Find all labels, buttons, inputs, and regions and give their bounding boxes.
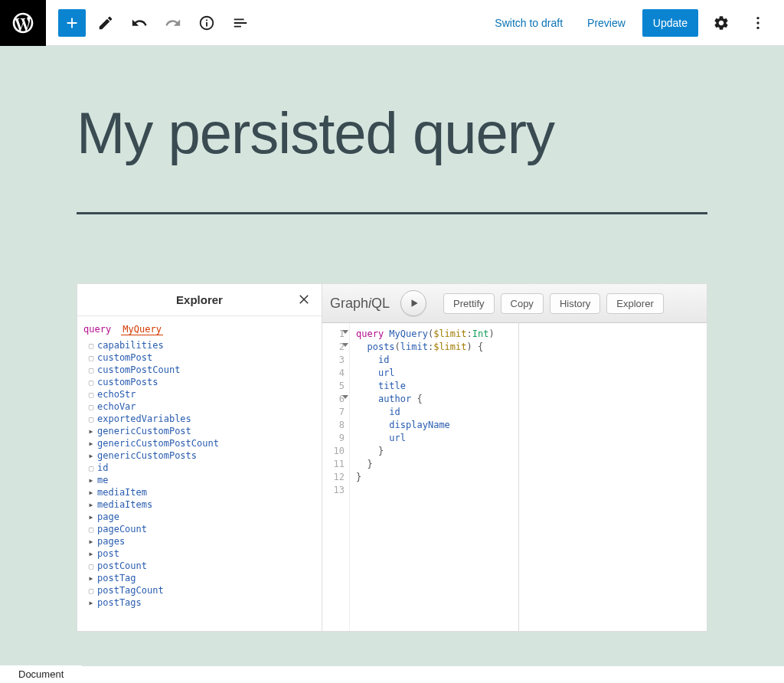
- checkbox-icon: [87, 402, 96, 412]
- field-item-genericCustomPosts[interactable]: genericCustomPosts: [87, 449, 315, 462]
- expand-icon: [87, 453, 96, 459]
- undo-icon[interactable]: [126, 9, 153, 37]
- title-divider: [77, 212, 707, 214]
- execute-button[interactable]: [400, 290, 426, 316]
- info-icon[interactable]: [193, 9, 220, 37]
- checkbox-icon: [87, 390, 96, 400]
- results-pane: [519, 323, 707, 631]
- checkbox-icon: [87, 365, 96, 375]
- footer-document-label[interactable]: Document: [0, 665, 82, 683]
- outline-icon[interactable]: [227, 9, 254, 37]
- field-item-exportedVariables[interactable]: exportedVariables: [87, 413, 315, 425]
- page-title[interactable]: My persisted query: [77, 100, 707, 166]
- explorer-panel: Explorer query MyQuery capabilitiescusto…: [77, 284, 322, 631]
- expand-icon: [87, 477, 96, 484]
- expand-icon: [87, 489, 96, 496]
- explorer-body: query MyQuery capabilitiescustomPostcust…: [77, 316, 322, 631]
- checkbox-icon: [87, 561, 96, 571]
- toolbar-right-group: Switch to draft Preview Update: [475, 9, 784, 37]
- add-block-button[interactable]: [58, 9, 86, 37]
- explorer-button[interactable]: Explorer: [606, 293, 663, 314]
- line-gutter: 12345678910111213: [322, 323, 350, 631]
- redo-icon[interactable]: [159, 9, 187, 37]
- expand-icon: [87, 551, 96, 557]
- checkbox-icon: [87, 341, 96, 351]
- svg-point-2: [756, 26, 759, 28]
- expand-icon: [87, 428, 96, 435]
- field-list: capabilitiescustomPostcustomPostCountcus…: [83, 339, 315, 609]
- explorer-title: Explorer: [176, 293, 223, 306]
- field-item-echoVar[interactable]: echoVar: [87, 400, 315, 413]
- wordpress-logo[interactable]: [0, 0, 46, 46]
- expand-icon: [87, 514, 96, 521]
- field-item-me[interactable]: me: [87, 474, 315, 486]
- graphiql-block: Explorer query MyQuery capabilitiescusto…: [77, 283, 707, 632]
- expand-icon: [87, 538, 96, 545]
- field-item-postTag[interactable]: postTag: [87, 572, 315, 584]
- edit-icon[interactable]: [92, 9, 119, 37]
- checkbox-icon: [87, 414, 96, 424]
- checkbox-icon: [87, 377, 96, 387]
- field-item-genericCustomPost[interactable]: genericCustomPost: [87, 425, 315, 437]
- svg-point-0: [756, 16, 759, 18]
- expand-icon: [87, 575, 96, 582]
- field-item-customPostCount[interactable]: customPostCount: [87, 364, 315, 376]
- field-item-postTagCount[interactable]: postTagCount: [87, 584, 315, 596]
- field-item-page[interactable]: page: [87, 511, 315, 523]
- checkbox-icon: [87, 463, 96, 473]
- checkbox-icon: [87, 586, 96, 596]
- checkbox-icon: [87, 353, 96, 363]
- query-editor[interactable]: 12345678910111213 query MyQuery($limit:I…: [322, 323, 519, 631]
- update-button[interactable]: Update: [642, 9, 698, 37]
- editor-content-area: My persisted query Explorer query MyQuer…: [0, 46, 784, 666]
- graphiql-logo: GraphiQL: [330, 296, 390, 312]
- field-item-pages[interactable]: pages: [87, 535, 315, 547]
- query-declaration[interactable]: query MyQuery: [83, 324, 315, 335]
- field-item-capabilities[interactable]: capabilities: [87, 339, 315, 351]
- graphiql-main: GraphiQL Prettify Copy History Explorer …: [322, 284, 707, 631]
- editor-wrap: 12345678910111213 query MyQuery($limit:I…: [322, 323, 707, 631]
- expand-icon: [87, 440, 96, 447]
- close-icon[interactable]: [297, 292, 312, 308]
- prettify-button[interactable]: Prettify: [443, 293, 494, 314]
- top-toolbar: Switch to draft Preview Update: [0, 0, 784, 46]
- field-item-pageCount[interactable]: pageCount: [87, 523, 315, 535]
- field-item-postCount[interactable]: postCount: [87, 560, 315, 572]
- field-item-genericCustomPostCount[interactable]: genericCustomPostCount: [87, 437, 315, 449]
- explorer-header: Explorer: [77, 284, 322, 316]
- switch-to-draft-button[interactable]: Switch to draft: [487, 12, 570, 34]
- preview-button[interactable]: Preview: [580, 12, 633, 34]
- copy-button[interactable]: Copy: [501, 293, 544, 314]
- field-item-mediaItems[interactable]: mediaItems: [87, 498, 315, 511]
- field-item-customPosts[interactable]: customPosts: [87, 376, 315, 388]
- history-button[interactable]: History: [550, 293, 600, 314]
- toolbar-left-group: [46, 9, 266, 37]
- svg-point-1: [756, 21, 759, 24]
- field-item-id[interactable]: id: [87, 462, 315, 474]
- settings-icon[interactable]: [707, 9, 735, 37]
- checkbox-icon: [87, 525, 96, 534]
- graphiql-toolbar: GraphiQL Prettify Copy History Explorer: [322, 284, 707, 323]
- field-item-post[interactable]: post: [87, 547, 315, 560]
- field-item-postTags[interactable]: postTags: [87, 596, 315, 609]
- field-item-mediaItem[interactable]: mediaItem: [87, 486, 315, 498]
- more-options-icon[interactable]: [744, 9, 772, 37]
- expand-icon: [87, 502, 96, 508]
- code-area[interactable]: query MyQuery($limit:Int) posts(limit:$l…: [350, 323, 518, 631]
- expand-icon: [87, 600, 96, 606]
- field-item-echoStr[interactable]: echoStr: [87, 388, 315, 400]
- field-item-customPost[interactable]: customPost: [87, 351, 315, 364]
